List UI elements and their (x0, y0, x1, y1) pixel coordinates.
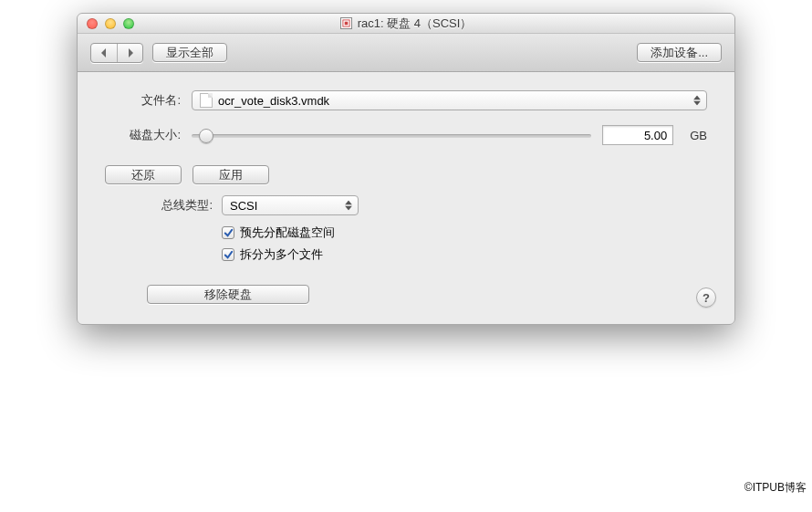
filename-select[interactable]: ocr_vote_disk3.vmdk (192, 90, 707, 110)
filename-row: 文件名: ocr_vote_disk3.vmdk (105, 90, 707, 110)
close-icon[interactable] (87, 18, 98, 29)
window-title: rac1: 硬盘 4（SCSI） (78, 16, 734, 32)
forward-button[interactable] (117, 44, 142, 62)
add-device-button[interactable]: 添加设备... (637, 43, 722, 62)
chevron-updown-icon (693, 96, 701, 106)
chevron-updown-icon (345, 201, 352, 211)
disksize-unit: GB (690, 129, 707, 142)
file-icon (200, 93, 213, 108)
advanced-buttons: 还原 应用 (105, 165, 707, 184)
back-button[interactable] (91, 44, 117, 62)
bus-type-value: SCSI (230, 199, 257, 213)
split-files-checkbox[interactable] (222, 248, 234, 261)
minimize-icon[interactable] (105, 18, 116, 29)
svg-rect-1 (344, 22, 348, 26)
zoom-icon[interactable] (123, 18, 134, 29)
toolbar: 显示全部 添加设备... (78, 34, 734, 72)
show-all-button[interactable]: 显示全部 (152, 43, 227, 62)
preallocate-checkbox[interactable] (222, 226, 234, 239)
remove-disk-button[interactable]: 移除硬盘 (147, 285, 309, 304)
apply-button[interactable]: 应用 (193, 165, 269, 184)
disksize-label: 磁盘大小: (105, 127, 192, 143)
window-title-text: rac1: 硬盘 4（SCSI） (358, 16, 473, 32)
bus-type-label: 总线类型: (105, 197, 222, 214)
disksize-slider[interactable] (192, 126, 591, 144)
slider-thumb[interactable] (199, 126, 213, 146)
vm-icon (340, 17, 352, 29)
svg-rect-0 (343, 20, 349, 26)
split-files-row: 拆分为多个文件 (222, 246, 707, 263)
preallocate-row: 预先分配磁盘空间 (222, 225, 707, 241)
titlebar: rac1: 硬盘 4（SCSI） (78, 14, 734, 34)
help-button[interactable]: ? (696, 287, 716, 308)
preallocate-label: 预先分配磁盘空间 (240, 225, 335, 241)
traffic-lights (78, 18, 134, 29)
content-area: 文件名: ocr_vote_disk3.vmdk 磁盘大小: GB (78, 72, 734, 324)
filename-value: ocr_vote_disk3.vmdk (218, 94, 329, 108)
settings-window: rac1: 硬盘 4（SCSI） 显示全部 添加设备... 文件名: ocr_v… (77, 13, 735, 325)
disksize-input[interactable] (602, 125, 673, 145)
watermark: ©ITPUB博客 (744, 480, 807, 496)
nav-segmented (90, 43, 143, 63)
split-files-label: 拆分为多个文件 (240, 246, 323, 263)
revert-button[interactable]: 还原 (105, 165, 182, 184)
bus-type-row: 总线类型: SCSI (105, 195, 707, 215)
bus-type-select[interactable]: SCSI (222, 195, 359, 215)
disksize-row: 磁盘大小: GB (105, 125, 707, 145)
filename-label: 文件名: (105, 92, 192, 109)
